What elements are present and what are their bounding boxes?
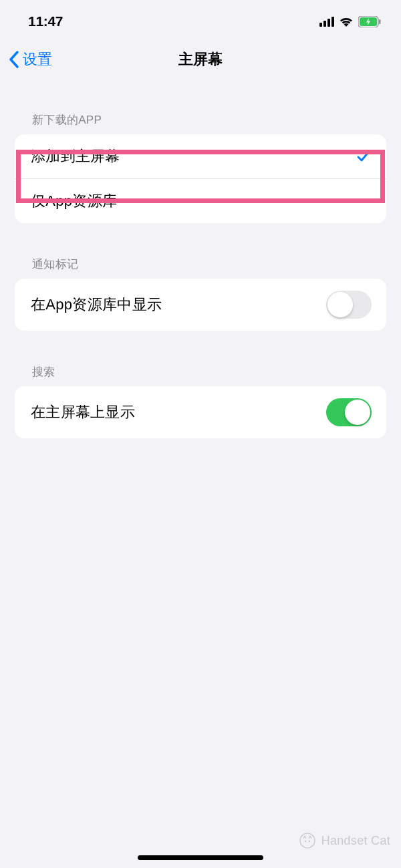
svg-point-4: [304, 841, 305, 842]
wifi-icon: [339, 16, 354, 27]
svg-rect-2: [379, 19, 381, 24]
toggle-show-on-home[interactable]: [326, 398, 372, 426]
chevron-left-icon: [8, 50, 20, 69]
section-header-search: 搜索: [0, 331, 401, 386]
row-label: 在App资源库中显示: [31, 295, 162, 315]
group-new-apps: 添加到主屏幕 仅App资源库: [15, 134, 386, 223]
battery-charging-icon: [358, 16, 381, 27]
home-indicator[interactable]: [138, 855, 263, 860]
navigation-bar: 设置 主屏幕: [0, 37, 401, 84]
option-label: 仅App资源库: [31, 191, 117, 211]
watermark-logo-icon: [299, 832, 316, 849]
section-header-new-apps: 新下载的APP: [0, 84, 401, 134]
row-show-on-home[interactable]: 在主屏幕上显示: [15, 386, 386, 438]
toggle-knob: [327, 292, 353, 317]
status-bar: 11:47: [0, 0, 401, 37]
back-button[interactable]: 设置: [8, 49, 52, 69]
toggle-knob: [345, 400, 370, 425]
group-badges: 在App资源库中显示: [15, 279, 386, 331]
page-title: 主屏幕: [178, 49, 223, 69]
group-search: 在主屏幕上显示: [15, 386, 386, 438]
option-label: 添加到主屏幕: [31, 146, 120, 166]
checkmark-icon: [356, 148, 372, 164]
option-add-to-home[interactable]: 添加到主屏幕: [15, 134, 386, 178]
watermark-text: Handset Cat: [321, 834, 390, 848]
back-label: 设置: [23, 49, 52, 69]
status-indicators: [319, 16, 381, 27]
option-app-library-only[interactable]: 仅App资源库: [15, 178, 386, 223]
watermark: Handset Cat: [299, 832, 390, 849]
svg-point-3: [300, 833, 315, 848]
section-header-badges: 通知标记: [0, 223, 401, 279]
cellular-signal-icon: [319, 17, 334, 27]
row-label: 在主屏幕上显示: [31, 402, 135, 422]
row-show-in-library[interactable]: 在App资源库中显示: [15, 279, 386, 331]
status-time: 11:47: [28, 13, 63, 29]
toggle-show-in-library[interactable]: [326, 291, 372, 319]
svg-point-5: [308, 841, 309, 842]
